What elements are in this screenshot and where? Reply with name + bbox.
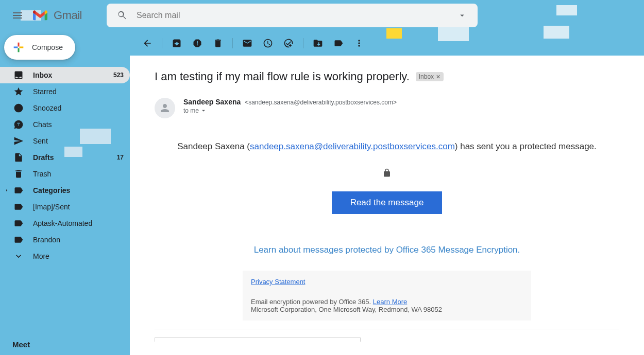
read-message-button[interactable]: Read the message xyxy=(332,191,443,214)
search-bar[interactable] xyxy=(107,4,478,27)
microsoft-address: Microsoft Corporation, One Microsoft Way… xyxy=(251,306,523,313)
nav-count: 523 xyxy=(113,72,124,79)
report-spam-button[interactable] xyxy=(187,33,208,54)
nav-label: Sent xyxy=(33,137,124,145)
caret-right-icon xyxy=(4,188,9,193)
sidebar-item-brandon[interactable]: Brandon xyxy=(0,232,130,248)
sidebar-item--imap-sent[interactable]: [Imap]/Sent xyxy=(0,199,130,215)
mark-unread-button[interactable] xyxy=(237,33,258,54)
sidebar-item-inbox[interactable]: Inbox523 xyxy=(0,67,130,83)
svg-rect-2 xyxy=(14,46,18,48)
nav-count: 17 xyxy=(117,154,124,161)
sender-email: <sandeep.saxena@deliverability.postboxse… xyxy=(245,99,397,106)
main-menu-button[interactable] xyxy=(5,3,30,28)
sidebar-item-trash[interactable]: Trash xyxy=(0,166,130,182)
toolbar-separator xyxy=(232,38,233,48)
nav-icon xyxy=(13,103,24,113)
message-content: I am testing if my mail flow rule is wor… xyxy=(130,56,644,355)
add-to-tasks-button[interactable] xyxy=(278,33,299,54)
search-input[interactable] xyxy=(132,11,452,20)
toolbar-separator xyxy=(162,38,162,48)
label-chip-inbox[interactable]: Inbox ✕ xyxy=(416,72,444,81)
nav-icon xyxy=(13,86,24,97)
label-chip-text: Inbox xyxy=(419,73,434,80)
sender-avatar[interactable] xyxy=(155,98,175,118)
sidebar-item-snoozed[interactable]: Snoozed xyxy=(0,100,130,116)
nav-icon xyxy=(13,136,24,146)
compose-label: Compose xyxy=(32,43,63,51)
meet-section-label[interactable]: Meet xyxy=(12,340,30,349)
search-options-button[interactable] xyxy=(452,5,472,26)
person-icon xyxy=(159,102,171,114)
caret-down-icon xyxy=(200,107,207,114)
sidebar-item-categories[interactable]: Categories xyxy=(0,182,130,199)
more-actions-button[interactable] xyxy=(349,33,369,54)
nav-icon xyxy=(13,202,24,212)
recipient-text: to me xyxy=(183,107,199,114)
compose-plus-icon xyxy=(10,39,27,56)
reply-box[interactable] xyxy=(155,338,361,342)
sidebar-item-chats[interactable]: Chats xyxy=(0,116,130,133)
compose-button[interactable]: Compose xyxy=(4,35,75,60)
body-prefix: Sandeep Saxena ( xyxy=(177,141,250,151)
message-toolbar xyxy=(130,31,644,56)
sidebar-item-aptask-automated[interactable]: Aptask-Automated xyxy=(0,215,130,232)
label-chip-remove[interactable]: ✕ xyxy=(436,74,440,80)
body-suffix: ) has sent you a protected message. xyxy=(455,141,597,151)
nav-icon xyxy=(13,152,24,163)
nav-icon xyxy=(13,235,24,245)
label-icon xyxy=(333,38,344,48)
nav-label: Brandon xyxy=(33,236,124,244)
nav-label: Starred xyxy=(33,87,124,96)
sender-name: Sandeep Saxena xyxy=(183,98,241,106)
more-vert-icon xyxy=(354,38,364,48)
svg-rect-1 xyxy=(18,48,19,52)
recipient-summary[interactable]: to me xyxy=(183,107,397,114)
caret-down-icon xyxy=(457,11,467,20)
nav-label: [Imap]/Sent xyxy=(33,203,124,211)
encryption-powered-text: Email encryption powered by Office 365. xyxy=(251,298,373,306)
nav-label: Categories xyxy=(33,186,124,194)
gmail-icon xyxy=(32,7,48,24)
snooze-button[interactable] xyxy=(258,33,278,54)
nav-label: Inbox xyxy=(33,71,113,79)
reply-area-divider xyxy=(155,329,619,342)
app-name: Gmail xyxy=(54,9,82,22)
sidebar: Compose Inbox523StarredSnoozedChatsSentD… xyxy=(0,31,130,355)
svg-rect-0 xyxy=(18,43,19,47)
nav-icon xyxy=(13,119,24,130)
svg-rect-3 xyxy=(20,46,24,48)
arrow-left-icon xyxy=(142,38,152,48)
message-subject: I am testing if my mail flow rule is wor… xyxy=(155,70,410,83)
move-to-icon xyxy=(313,38,323,48)
nav-icon xyxy=(13,251,24,261)
labels-button[interactable] xyxy=(328,33,349,54)
toolbar-separator xyxy=(303,38,303,48)
move-to-button[interactable] xyxy=(308,33,328,54)
nav-label: Snoozed xyxy=(33,104,124,112)
archive-button[interactable] xyxy=(166,33,187,54)
nav-label: Chats xyxy=(33,120,124,129)
archive-icon xyxy=(172,38,182,48)
delete-button[interactable] xyxy=(208,33,228,54)
back-button[interactable] xyxy=(137,33,158,54)
nav-icon xyxy=(13,70,24,80)
nav-label: Drafts xyxy=(33,153,117,162)
sidebar-item-drafts[interactable]: Drafts17 xyxy=(0,149,130,166)
message-footer: Privacy Statement Email encryption power… xyxy=(243,271,531,321)
sender-email-link[interactable]: sandeep.saxena@deliverability.postboxser… xyxy=(250,141,455,151)
nav-icon xyxy=(13,185,24,196)
mail-unread-icon xyxy=(242,38,252,48)
nav-icon xyxy=(13,218,24,228)
sidebar-item-starred[interactable]: Starred xyxy=(0,83,130,100)
learn-more-link[interactable]: Learn More xyxy=(373,298,407,306)
search-button[interactable] xyxy=(112,5,132,26)
report-spam-icon xyxy=(192,38,202,48)
sidebar-item-more[interactable]: More xyxy=(0,248,130,264)
gmail-logo[interactable]: Gmail xyxy=(32,7,82,24)
clock-icon xyxy=(263,38,273,48)
nav-label: Trash xyxy=(33,170,124,178)
sidebar-item-sent[interactable]: Sent xyxy=(0,133,130,149)
learn-about-encryption-link[interactable]: Learn about messages protected by Office… xyxy=(155,245,619,255)
privacy-statement-link[interactable]: Privacy Statement xyxy=(251,278,306,286)
